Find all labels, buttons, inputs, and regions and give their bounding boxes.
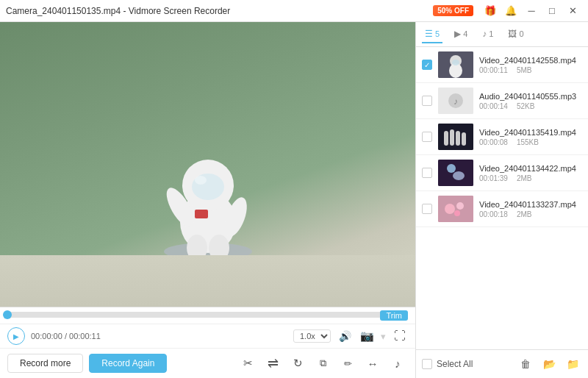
- fullscreen-icon[interactable]: ⛶: [392, 328, 408, 344]
- file-meta-5: 00:00:18 2MB: [479, 210, 582, 218]
- list-item[interactable]: Video_240401133237.mp4 00:00:18 2MB: [416, 191, 588, 227]
- file-info-5: Video_240401133237.mp4 00:00:18 2MB: [479, 200, 582, 218]
- svg-rect-18: [444, 131, 448, 146]
- file-checkbox-1[interactable]: ✓: [422, 60, 432, 70]
- duplicate-icon[interactable]: ⧉: [312, 353, 333, 374]
- tab-video-count: 4: [463, 29, 467, 38]
- edit-icon[interactable]: ✏: [337, 353, 358, 374]
- folder-icon[interactable]: 📁: [563, 354, 582, 374]
- right-panel: ☰ 5 ▶ 4 ♪ 1 🖼 0 ✓: [415, 22, 588, 378]
- folder-open-icon[interactable]: 📂: [539, 354, 559, 374]
- file-duration-3: 00:00:08: [479, 138, 508, 146]
- file-meta-4: 00:01:39 2MB: [479, 174, 582, 182]
- tab-video-icon: ▶: [454, 29, 461, 39]
- record-more-button[interactable]: Record more: [7, 354, 83, 373]
- file-thumb-1: [438, 51, 473, 78]
- select-all-checkbox[interactable]: [422, 359, 432, 369]
- list-item[interactable]: ✓ Video_240401142558.mp4 00:00:11 5MB: [416, 47, 588, 83]
- list-item[interactable]: Video_240401134422.mp4 00:01:39 2MB: [416, 155, 588, 191]
- title-bar: Camera_240401150135.mp4 - Vidmore Screen…: [0, 0, 588, 22]
- svg-rect-21: [462, 132, 466, 146]
- left-panel: Trim ▶ 00:00:00 / 00:00:11 1.0x 0.5x 1.5…: [0, 22, 415, 378]
- list-footer: Select All 🗑 📂 📁: [416, 349, 588, 378]
- tab-all-icon: ☰: [425, 29, 433, 39]
- bottom-icons: ✂ ⇌ ↻ ⧉ ✏ ↔ ♪: [237, 353, 408, 374]
- svg-rect-8: [195, 210, 208, 218]
- file-thumb-2: ♪: [438, 88, 473, 114]
- file-duration-1: 00:00:11: [479, 66, 508, 74]
- file-info-1: Video_240401142558.mp4 00:00:11 5MB: [479, 56, 582, 74]
- list-item[interactable]: Video_240401135419.mp4 00:00:08 155KB: [416, 119, 588, 155]
- file-size-4: 2MB: [517, 174, 532, 182]
- list-item[interactable]: ♪ Audio_240401140555.mp3 00:00:14 52KB: [416, 83, 588, 119]
- file-list: ✓ Video_240401142558.mp4 00:00:11 5MB: [416, 47, 588, 349]
- file-size-1: 5MB: [517, 66, 532, 74]
- file-checkbox-5[interactable]: [422, 204, 432, 214]
- scrubber-area: Trim: [0, 307, 415, 324]
- promo-badge[interactable]: 50% OFF: [433, 5, 473, 16]
- file-meta-2: 00:00:14 52KB: [479, 102, 582, 110]
- file-info-2: Audio_240401140555.mp3 00:00:14 52KB: [479, 92, 582, 110]
- file-size-2: 52KB: [517, 102, 534, 110]
- controls-bar: ▶ 00:00:00 / 00:00:11 1.0x 0.5x 1.5x 2.0…: [0, 324, 415, 348]
- minimize-button[interactable]: ─: [522, 4, 541, 18]
- file-thumb-4: [438, 160, 473, 186]
- svg-point-28: [454, 210, 460, 216]
- tab-audio[interactable]: ♪ 1: [479, 26, 496, 43]
- rotate-icon[interactable]: ↻: [287, 353, 308, 374]
- file-thumb-3: [438, 124, 473, 150]
- file-name-2: Audio_240401140555.mp3: [479, 92, 582, 101]
- file-meta-3: 00:00:08 155KB: [479, 138, 582, 146]
- volume-icon[interactable]: 🔊: [337, 328, 353, 344]
- svg-point-27: [456, 202, 464, 210]
- play-button[interactable]: ▶: [7, 327, 25, 345]
- trim-button[interactable]: Trim: [380, 310, 408, 321]
- tab-audio-icon: ♪: [482, 29, 487, 39]
- delete-icon[interactable]: 🗑: [516, 354, 535, 374]
- tab-all[interactable]: ☰ 5: [422, 26, 442, 43]
- file-meta-1: 00:00:11 5MB: [479, 66, 582, 74]
- file-duration-4: 00:01:39: [479, 174, 508, 182]
- file-size-5: 2MB: [517, 210, 532, 218]
- file-duration-2: 00:00:14: [479, 102, 508, 110]
- tab-all-count: 5: [435, 29, 440, 38]
- cut-icon[interactable]: ✂: [237, 353, 258, 374]
- svg-point-23: [447, 164, 456, 173]
- file-info-4: Video_240401134422.mp4 00:01:39 2MB: [479, 164, 582, 182]
- scrubber-handle[interactable]: [3, 310, 12, 319]
- tab-video[interactable]: ▶ 4: [451, 26, 470, 43]
- time-total: 00:00:11: [69, 332, 101, 340]
- scrubber-track[interactable]: [7, 312, 408, 318]
- svg-point-13: [452, 60, 459, 65]
- file-checkbox-4[interactable]: [422, 168, 432, 178]
- speed-select[interactable]: 1.0x 0.5x 1.5x 2.0x: [293, 329, 331, 343]
- file-name-1: Video_240401142558.mp4: [479, 56, 582, 65]
- tab-image[interactable]: 🖼 0: [505, 26, 526, 43]
- adjust-icon[interactable]: ⇌: [262, 353, 283, 374]
- main-area: Trim ▶ 00:00:00 / 00:00:11 1.0x 0.5x 1.5…: [0, 22, 588, 378]
- file-duration-5: 00:00:18: [479, 210, 508, 218]
- maximize-button[interactable]: □: [542, 4, 562, 18]
- file-checkbox-3[interactable]: [422, 132, 432, 142]
- title-text: Camera_240401150135.mp4 - Vidmore Screen…: [6, 6, 230, 16]
- file-name-4: Video_240401134422.mp4: [479, 164, 582, 173]
- audio-edit-icon[interactable]: ♪: [387, 353, 408, 374]
- merge-icon[interactable]: ↔: [362, 353, 383, 374]
- file-thumb-5: [438, 196, 473, 222]
- svg-point-26: [445, 204, 455, 214]
- tab-image-count: 0: [519, 29, 523, 38]
- bell-button[interactable]: 🔔: [501, 4, 520, 18]
- record-again-button[interactable]: Record Again: [89, 354, 167, 373]
- select-all-label: Select All: [437, 359, 512, 369]
- action-bar: Record more Record Again ✂ ⇌ ↻ ⧉ ✏ ↔ ♪: [0, 348, 415, 378]
- file-name-3: Video_240401135419.mp4: [479, 128, 582, 137]
- screenshot-icon[interactable]: 📷: [359, 328, 375, 344]
- gift-button[interactable]: 🎁: [481, 4, 500, 18]
- tab-bar: ☰ 5 ▶ 4 ♪ 1 🖼 0: [416, 22, 588, 47]
- video-placeholder: [0, 22, 415, 307]
- svg-text:♪: ♪: [453, 96, 458, 107]
- time-display: 00:00:00 / 00:00:11: [31, 332, 101, 340]
- close-button[interactable]: ✕: [563, 4, 582, 18]
- svg-point-24: [453, 171, 465, 180]
- file-checkbox-2[interactable]: [422, 96, 432, 106]
